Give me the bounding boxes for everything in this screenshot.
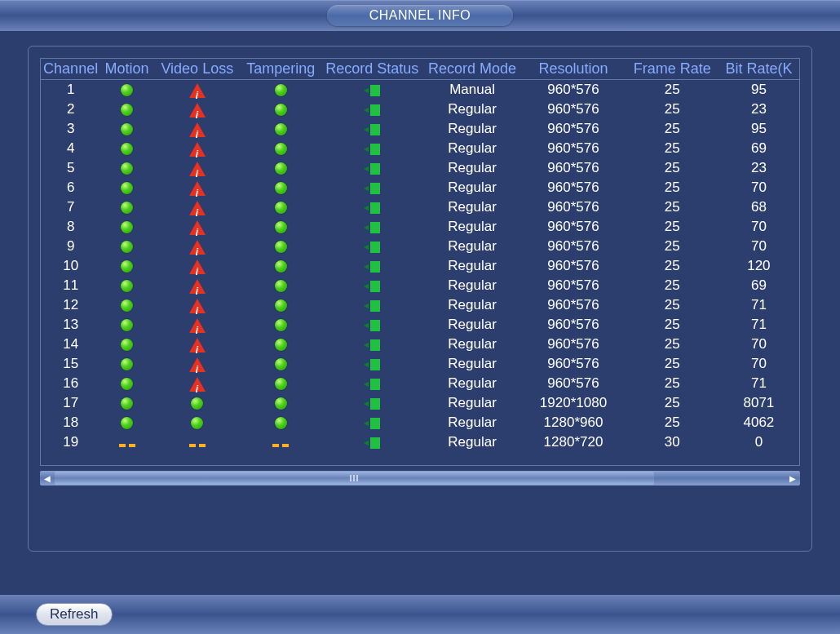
cell-channel: 13 <box>41 315 100 335</box>
table-row[interactable]: 18Regular1280*960254062 <box>41 413 799 432</box>
cell-record-mode: Manual <box>424 80 521 100</box>
cell-resolution: 960*576 <box>520 295 626 315</box>
status-ok-icon <box>121 241 133 253</box>
recording-icon <box>364 124 380 135</box>
cell-record-mode: Regular <box>424 237 521 256</box>
col-channel[interactable]: Channel <box>41 59 100 80</box>
table-row[interactable]: 12Regular960*5762571 <box>41 295 799 315</box>
status-ok-icon <box>121 143 133 155</box>
scroll-left-arrow-icon[interactable]: ◀ <box>40 471 55 485</box>
col-record-mode[interactable]: Record Mode <box>424 59 521 80</box>
table-row[interactable]: 3Regular960*5762595 <box>41 119 799 139</box>
horizontal-scrollbar[interactable]: ◀ ▶ <box>40 471 800 485</box>
cell-channel: 10 <box>41 256 100 276</box>
table-row[interactable]: 11Regular960*5762569 <box>41 276 799 295</box>
table-row[interactable]: 17Regular1920*1080258071 <box>41 393 799 413</box>
cell-record-mode: Regular <box>424 119 521 139</box>
recording-icon <box>364 163 380 175</box>
recording-icon <box>364 144 380 155</box>
table-row[interactable]: 19Regular1280*720300 <box>41 432 799 453</box>
cell-motion <box>100 197 153 217</box>
cell-channel: 12 <box>41 295 100 315</box>
status-na-icon <box>271 433 290 453</box>
status-alert-icon <box>189 122 206 137</box>
cell-record-mode: Regular <box>424 354 521 374</box>
table-row[interactable]: 4Regular960*5762569 <box>41 139 799 158</box>
status-ok-icon <box>121 319 133 331</box>
cell-resolution: 960*576 <box>520 237 626 256</box>
cell-video-loss <box>153 119 241 139</box>
table-row[interactable]: 1Manual960*5762595 <box>41 80 799 100</box>
status-ok-icon <box>121 260 133 273</box>
cell-tampering <box>241 100 321 119</box>
col-record-status[interactable]: Record Status <box>321 59 424 80</box>
recording-icon <box>364 418 380 429</box>
cell-motion <box>100 295 153 315</box>
cell-record-mode: Regular <box>424 315 521 335</box>
cell-bit-rate: 23 <box>718 100 799 119</box>
cell-frame-rate: 25 <box>626 119 718 139</box>
table-row[interactable]: 14Regular960*5762570 <box>41 335 799 354</box>
cell-video-loss <box>153 237 241 256</box>
status-ok-icon <box>275 182 287 194</box>
cell-record-mode: Regular <box>424 374 521 393</box>
cell-video-loss <box>153 315 241 335</box>
status-ok-icon <box>121 202 133 214</box>
cell-tampering <box>241 393 321 413</box>
recording-icon <box>364 320 380 331</box>
table-row[interactable]: 8Regular960*5762570 <box>41 217 799 237</box>
cell-bit-rate: 70 <box>718 217 799 237</box>
col-video-loss[interactable]: Video Loss <box>153 59 241 80</box>
table-row[interactable]: 13Regular960*5762571 <box>41 315 799 335</box>
status-alert-icon <box>189 162 206 176</box>
table-row[interactable]: 15Regular960*5762570 <box>41 354 799 374</box>
cell-record-mode: Regular <box>424 139 521 158</box>
cell-resolution: 960*576 <box>520 80 626 100</box>
col-tampering[interactable]: Tampering <box>241 59 321 80</box>
col-resolution[interactable]: Resolution <box>520 59 626 80</box>
cell-motion <box>100 119 153 139</box>
cell-channel: 18 <box>41 413 100 432</box>
cell-record-status <box>321 256 424 276</box>
table-row[interactable]: 7Regular960*5762568 <box>41 197 799 217</box>
status-ok-icon <box>121 299 133 312</box>
table-row[interactable]: 6Regular960*5762570 <box>41 178 799 197</box>
table-row[interactable]: 2Regular960*5762523 <box>41 100 799 119</box>
status-alert-icon <box>189 299 206 313</box>
scrollbar-track[interactable] <box>55 471 785 485</box>
scroll-right-arrow-icon[interactable]: ▶ <box>785 471 800 485</box>
table-body: 1Manual960*57625952Regular960*57625233Re… <box>41 80 799 453</box>
cell-frame-rate: 25 <box>626 178 718 197</box>
cell-frame-rate: 25 <box>626 139 718 158</box>
table-row[interactable]: 5Regular960*5762523 <box>41 158 799 178</box>
cell-motion <box>100 100 153 119</box>
table-row[interactable]: 9Regular960*5762570 <box>41 237 799 256</box>
status-alert-icon <box>189 240 206 255</box>
cell-motion <box>100 276 153 295</box>
col-motion[interactable]: Motion <box>100 59 153 80</box>
recording-icon <box>364 359 380 370</box>
cell-channel: 3 <box>41 119 100 139</box>
table-row[interactable]: 10Regular960*57625120 <box>41 256 799 276</box>
table-row[interactable]: 16Regular960*5762571 <box>41 374 799 393</box>
cell-bit-rate: 70 <box>718 354 799 374</box>
cell-tampering <box>241 119 321 139</box>
cell-motion <box>100 237 153 256</box>
cell-video-loss <box>153 256 241 276</box>
cell-tampering <box>241 335 321 354</box>
col-bit-rate[interactable]: Bit Rate(K <box>718 59 799 80</box>
col-frame-rate[interactable]: Frame Rate <box>626 59 718 80</box>
cell-channel: 8 <box>41 217 100 237</box>
status-ok-icon <box>121 84 133 96</box>
scrollbar-thumb[interactable] <box>55 472 654 485</box>
cell-motion <box>100 335 153 354</box>
status-ok-icon <box>275 104 287 116</box>
cell-video-loss <box>153 354 241 374</box>
cell-record-status <box>321 393 424 413</box>
cell-record-status <box>321 374 424 393</box>
cell-video-loss <box>153 139 241 158</box>
cell-channel: 19 <box>41 432 100 453</box>
cell-record-status <box>321 217 424 237</box>
status-alert-icon <box>189 357 206 372</box>
refresh-button[interactable]: Refresh <box>36 603 113 626</box>
